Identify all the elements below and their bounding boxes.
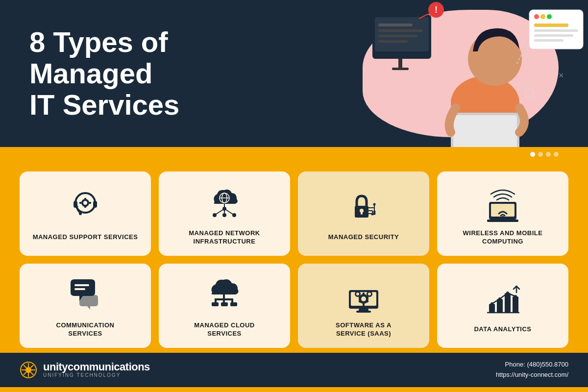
footer-logo-text: unitycommunications UNIFYING TECHNOLOGY [43,362,150,378]
svg-point-31 [83,201,87,205]
svg-rect-80 [363,293,365,295]
svg-rect-35 [89,202,91,204]
card-icon-wireless-mobile [483,183,522,222]
card-label-managed-support: MANAGED SUPPORT SERVICES [33,233,138,242]
svg-rect-33 [84,206,86,208]
card-label-wireless-mobile: WIRELESS AND MOBILECOMPUTING [463,229,543,246]
svg-rect-66 [223,294,225,298]
svg-rect-9 [378,35,417,37]
footer-website: https://unity-connect.com/ [496,370,568,380]
svg-point-63 [502,216,504,219]
svg-rect-28 [93,201,97,208]
footer-logo: unitycommunications UNIFYING TECHNOLOGY [20,361,150,379]
svg-point-96 [506,292,509,294]
svg-text:×: × [559,71,564,80]
dot-3 [546,152,551,157]
svg-rect-7 [378,24,413,26]
card-managed-cloud: MANAGED CLOUDSERVICES [159,264,290,348]
card-icon-data-analytics [483,279,522,318]
dot-2 [538,152,543,157]
card-icon-communication [66,275,105,315]
svg-point-17 [534,14,539,19]
yellow-strip [0,147,588,162]
footer-company-name: unitycommunications [43,362,150,372]
dot-4 [554,152,559,157]
unity-logo-icon [20,361,37,379]
card-label-saas: SOFTWARE AS ASERVICE (SAAS) [336,321,392,338]
svg-rect-71 [212,302,219,306]
svg-point-94 [490,302,493,305]
svg-rect-91 [497,299,503,313]
svg-rect-10 [378,40,408,43]
header-title: 8 Types of Managed IT Services [0,26,294,120]
svg-point-97 [514,295,517,298]
svg-rect-65 [74,288,85,290]
svg-rect-92 [505,293,511,313]
svg-rect-70 [231,298,233,302]
card-managed-security: MANAGED SECURITY [298,172,429,256]
card-communication: COMMUNICATIONSERVICES [20,264,151,348]
svg-rect-8 [378,29,422,32]
svg-rect-62 [487,220,518,222]
svg-point-89 [368,293,371,295]
svg-line-109 [24,372,26,375]
footer-section: unitycommunications UNIFYING TECHNOLOGY … [0,353,588,387]
svg-point-25 [524,88,534,98]
card-icon-managed-network [205,183,244,222]
svg-point-59 [373,213,376,215]
svg-rect-93 [513,296,518,313]
svg-point-19 [547,14,552,19]
pagination-dots [530,152,559,157]
svg-rect-34 [79,202,81,204]
dot-1 [530,152,535,157]
header-title-line2: IT Services [29,89,179,121]
cards-grid: MANAGED SUPPORT SERVICES [20,172,568,348]
svg-rect-12 [392,68,409,70]
svg-rect-81 [363,303,365,306]
card-data-analytics: DATA ANALYTICS [437,264,568,348]
card-label-managed-network: MANAGED NETWORKINFRASTRUCTURE [189,229,260,246]
footer-phone: Phone: (480)550.8700 [496,360,568,370]
card-icon-managed-security [344,187,383,226]
svg-rect-20 [534,24,568,27]
svg-rect-69 [223,298,225,302]
card-icon-saas [344,275,383,315]
svg-rect-21 [534,29,578,32]
svg-line-107 [30,372,33,375]
card-label-data-analytics: DATA ANALYTICS [474,325,531,334]
svg-point-29 [79,212,82,215]
card-managed-support: MANAGED SUPPORT SERVICES [20,172,151,256]
svg-rect-49 [361,212,363,215]
svg-rect-3 [453,115,517,147]
svg-line-106 [24,365,26,368]
svg-point-52 [373,203,376,206]
svg-rect-22 [534,34,573,37]
svg-point-95 [498,297,501,300]
card-icon-managed-support [66,187,105,226]
footer-tagline: UNIFYING TECHNOLOGY [43,372,150,378]
svg-rect-23 [534,39,564,42]
svg-rect-32 [84,198,86,200]
svg-point-87 [356,293,359,295]
svg-text:!: ! [435,5,438,15]
svg-point-18 [540,14,545,19]
card-label-communication: COMMUNICATIONSERVICES [56,321,115,338]
svg-rect-11 [398,59,402,69]
svg-rect-6 [375,17,429,51]
header-title-line1: 8 Types of Managed [29,26,168,89]
card-wireless-mobile: WIRELESS AND MOBILECOMPUTING [437,172,568,256]
header-illustration: ! × [314,0,588,147]
svg-rect-72 [221,302,228,306]
svg-rect-77 [356,311,371,313]
card-label-managed-security: MANAGED SECURITY [328,233,399,242]
svg-rect-64 [74,284,89,286]
footer-contact: Phone: (480)550.8700 https://unity-conne… [496,360,568,380]
card-label-managed-cloud: MANAGED CLOUDSERVICES [194,321,255,338]
cards-section: MANAGED SUPPORT SERVICES [0,162,588,353]
svg-line-108 [30,365,33,368]
header-section: 8 Types of Managed IT Services [0,0,588,147]
svg-point-79 [361,296,366,301]
card-managed-network: MANAGED NETWORKINFRASTRUCTURE [159,172,290,256]
svg-rect-68 [215,298,217,302]
svg-rect-73 [230,302,237,306]
